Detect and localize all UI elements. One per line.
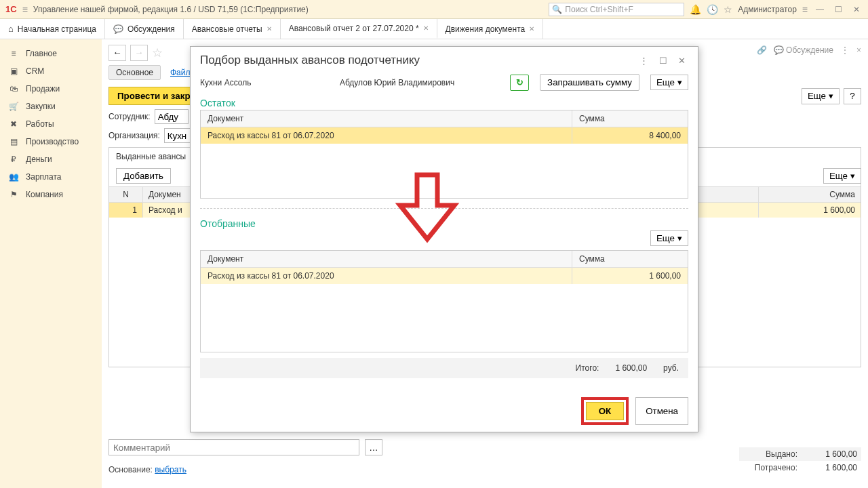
refresh-button[interactable]: ↻ bbox=[510, 75, 529, 91]
cancel-button[interactable]: Отмена bbox=[635, 397, 688, 425]
card-icon: ▣ bbox=[8, 66, 19, 76]
app-title: Управление нашей фирмой, редакция 1.6 / … bbox=[33, 5, 309, 14]
chevron-down-icon: ▾ bbox=[850, 171, 855, 181]
menu-icon[interactable]: ≡ bbox=[22, 4, 28, 15]
search-icon: 🔍 bbox=[552, 5, 562, 14]
close-icon[interactable]: ✕ bbox=[529, 25, 534, 33]
total-currency: руб. bbox=[663, 363, 679, 373]
discussion-link[interactable]: 💬 Обсуждение bbox=[774, 45, 833, 55]
maximize-button[interactable]: ☐ bbox=[832, 5, 845, 14]
tab-home[interactable]: ⌂Начальная страница bbox=[0, 19, 105, 39]
tab-discussions[interactable]: 💬Обсуждения bbox=[105, 19, 184, 39]
comment-input[interactable] bbox=[108, 439, 359, 455]
spent-label: Потрачено: bbox=[743, 463, 797, 472]
total-label: Итого: bbox=[576, 363, 599, 373]
ok-button[interactable]: ОК bbox=[586, 402, 625, 420]
more-button[interactable]: Еще▾ bbox=[802, 88, 840, 104]
section-main[interactable]: Основное bbox=[108, 65, 161, 80]
sidebar-item-purchases[interactable]: 🛒Закупки bbox=[0, 98, 102, 115]
tab-label: Авансовый отчет 2 от 27.07.2020 * bbox=[289, 24, 419, 33]
tab-label: Обсуждения bbox=[127, 24, 175, 34]
close-icon[interactable]: ✕ bbox=[675, 56, 688, 66]
employee-field[interactable] bbox=[155, 109, 189, 124]
sidebar-item-money[interactable]: ₽Деньги bbox=[0, 150, 102, 168]
forward-button[interactable]: → bbox=[130, 45, 148, 61]
request-sum-button[interactable]: Запрашивать сумму bbox=[540, 74, 639, 91]
more-button[interactable]: Еще▾ bbox=[650, 75, 688, 90]
sidebar: ≡Главное ▣CRM 🛍Продажи 🛒Закупки ✖Работы … bbox=[0, 39, 102, 488]
star-icon[interactable]: ☆ bbox=[724, 4, 732, 15]
col-sum: Сумма bbox=[759, 187, 861, 202]
comment-more-button[interactable]: … bbox=[365, 439, 382, 455]
separator bbox=[200, 208, 688, 209]
close-button[interactable]: ✕ bbox=[850, 5, 863, 14]
tools-icon: ✖ bbox=[8, 119, 19, 129]
total-row: Итого: 1 600,00 руб. bbox=[200, 358, 688, 378]
more-button[interactable]: Еще▾ bbox=[650, 230, 688, 246]
chevron-down-icon: ▾ bbox=[677, 233, 682, 243]
sidebar-item-crm[interactable]: ▣CRM bbox=[0, 62, 102, 80]
sidebar-item-company[interactable]: ⚑Компания bbox=[0, 186, 102, 203]
sidebar-item-production[interactable]: ▤Производство bbox=[0, 133, 102, 150]
cell-doc: Расход из кассы 81 от 06.07.2020 bbox=[201, 127, 572, 144]
tab-label: Движения документа bbox=[446, 24, 526, 34]
minimize-button[interactable]: — bbox=[813, 5, 827, 14]
close-icon[interactable]: × bbox=[856, 45, 861, 55]
tab-label: Начальная страница bbox=[18, 24, 96, 34]
filter-icon[interactable]: ≡ bbox=[802, 4, 808, 15]
sidebar-label: Закупки bbox=[26, 102, 56, 111]
search-input[interactable]: 🔍 Поиск Ctrl+Shift+F bbox=[549, 3, 684, 16]
maximize-icon[interactable]: ☐ bbox=[656, 56, 670, 66]
col-document: Документ bbox=[201, 110, 572, 127]
clock-icon[interactable]: 🕓 bbox=[707, 4, 718, 15]
sidebar-label: Производство bbox=[26, 137, 79, 146]
bell-icon[interactable]: 🔔 bbox=[690, 4, 701, 15]
logo-1c: 1C bbox=[5, 4, 17, 14]
table-row[interactable]: Расход из кассы 81 от 06.07.2020 1 600,0… bbox=[201, 268, 688, 284]
user-label[interactable]: Администратор bbox=[738, 5, 797, 14]
sidebar-label: Компания bbox=[26, 190, 63, 199]
selected-title: Отобранные bbox=[200, 218, 688, 229]
sidebar-label: CRM bbox=[26, 66, 44, 76]
table-row[interactable]: Расход из кассы 81 от 06.07.2020 8 400,0… bbox=[201, 127, 688, 144]
modal-employee: Абдулов Юрий Владимирович bbox=[340, 78, 499, 87]
home-icon: ⌂ bbox=[8, 24, 14, 34]
spent-value: 1 600,00 bbox=[810, 463, 857, 472]
close-icon[interactable]: ✕ bbox=[423, 24, 429, 32]
tab-advance-report-2[interactable]: Авансовый отчет 2 от 27.07.2020 *✕ bbox=[281, 19, 437, 39]
more-button[interactable]: Еще▾ bbox=[823, 168, 861, 184]
sidebar-label: Деньги bbox=[26, 155, 52, 164]
tab-advance-reports[interactable]: Авансовые отчеты✕ bbox=[184, 19, 281, 39]
favorite-icon[interactable]: ☆ bbox=[152, 45, 163, 60]
col-sum: Сумма bbox=[572, 251, 688, 267]
close-icon[interactable]: ✕ bbox=[267, 25, 272, 33]
more-icon[interactable]: ⋮ bbox=[840, 45, 850, 56]
col-sum: Сумма bbox=[572, 110, 688, 127]
sidebar-item-works[interactable]: ✖Работы bbox=[0, 115, 102, 133]
help-button[interactable]: ? bbox=[844, 88, 861, 104]
people-icon: 👥 bbox=[8, 172, 19, 182]
back-button[interactable]: ← bbox=[108, 45, 126, 61]
col-document: Документ bbox=[201, 251, 572, 267]
process-close-button[interactable]: Провести и закр bbox=[108, 87, 199, 105]
basis-row: Основание: выбрать bbox=[108, 465, 186, 474]
add-button[interactable]: Добавить bbox=[116, 168, 171, 184]
tab-label: Авансовые отчеты bbox=[192, 24, 262, 34]
col-n: N bbox=[109, 187, 143, 202]
cell-sum: 1 600,00 bbox=[759, 203, 861, 218]
more-icon[interactable]: ⋮ bbox=[637, 56, 651, 66]
tab-doc-movements[interactable]: Движения документа✕ bbox=[437, 19, 544, 39]
chat-icon: 💬 bbox=[113, 24, 123, 34]
sidebar-item-sales[interactable]: 🛍Продажи bbox=[0, 80, 102, 98]
cart-icon: 🛒 bbox=[8, 102, 19, 111]
basis-select-link[interactable]: выбрать bbox=[155, 465, 186, 474]
sidebar-item-main[interactable]: ≡Главное bbox=[0, 45, 102, 62]
total-value: 1 600,00 bbox=[615, 363, 647, 373]
org-label: Организация: bbox=[108, 131, 160, 140]
titlebar: 1C ≡ Управление нашей фирмой, редакция 1… bbox=[0, 0, 868, 19]
link-icon[interactable]: 🔗 bbox=[757, 45, 767, 55]
section-files[interactable]: Файл bbox=[170, 68, 191, 77]
list-icon: ≡ bbox=[8, 49, 19, 58]
issued-value: 1 600,00 bbox=[810, 449, 857, 459]
sidebar-item-salary[interactable]: 👥Зарплата bbox=[0, 168, 102, 186]
